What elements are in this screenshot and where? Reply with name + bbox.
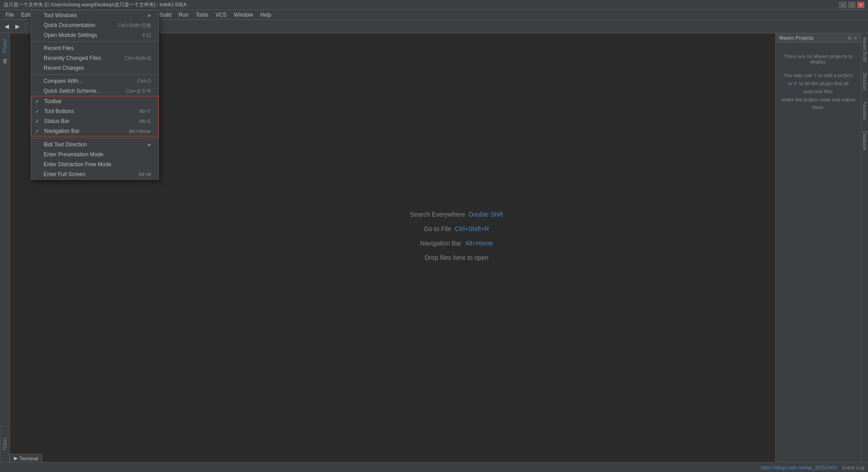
quick-documentation-item[interactable]: Quick Documentation Ctrl+Shift+空格 <box>31 20 158 30</box>
maven-panel: Maven Projects ⚙ ✕ There are no Maven pr… <box>775 33 861 462</box>
maven-settings-icon[interactable]: ⚙ <box>848 36 852 41</box>
bidi-text-direction-item[interactable]: Bidi Text Direction <box>31 140 158 150</box>
menu-tools[interactable]: Tools <box>192 10 212 19</box>
maven-panel-title: Maven Projects <box>779 35 814 41</box>
back-button[interactable]: ◀ <box>2 22 12 32</box>
maven-panel-icons: ⚙ ✕ <box>848 36 857 41</box>
navbar-hint-key: Alt+Home <box>465 240 493 247</box>
enter-presentation-mode-item[interactable]: Enter Presentation Mode <box>31 150 158 159</box>
search-everywhere-key: Double Shift <box>469 211 503 218</box>
tool-buttons-label: Tool Buttons <box>44 108 74 114</box>
editor-area: Search Everywhere Double Shift Go to Fil… <box>135 0 778 472</box>
maven-close-icon[interactable]: ✕ <box>854 36 857 41</box>
compare-with-label: Compare With... <box>44 78 83 84</box>
status-bar-label: Status Bar <box>44 118 69 124</box>
tool-windows-item[interactable]: Tool Windows <box>31 10 158 20</box>
recently-changed-files-item[interactable]: Recently Changed Files Ctrl+Shift+E <box>31 53 158 63</box>
enter-full-screen-label: Enter Full Screen <box>44 171 86 177</box>
tool-buttons-item[interactable]: Tool Buttons Alt+T <box>32 106 158 116</box>
favorites-tab[interactable]: Favorites <box>862 102 867 120</box>
toolbar-item[interactable]: Toolbar <box>32 96 158 106</box>
close-button[interactable]: ✕ <box>857 2 864 8</box>
database-tab[interactable]: Database <box>862 131 867 150</box>
quick-documentation-shortcut: Ctrl+Shift+空格 <box>118 22 151 29</box>
maximize-button[interactable]: □ <box>848 2 855 8</box>
menu-file[interactable]: File <box>2 10 18 19</box>
quick-documentation-label: Quick Documentation <box>44 22 95 28</box>
title-bar-text: 这只是一个文件夹 [C:\Users\chong.wang\Desktop\这只… <box>4 1 839 8</box>
quick-switch-scheme-item[interactable]: Quick Switch Scheme... Ctrl+反引号 <box>31 86 158 96</box>
recent-changes-label: Recent Changes <box>44 65 84 71</box>
maven-find-icon[interactable]: ⟳ <box>794 81 798 86</box>
tool-buttons-shortcut: Alt+T <box>139 109 151 114</box>
folder-tab[interactable]: 这只是 <box>1 65 9 69</box>
enter-presentation-mode-label: Enter Presentation Mode <box>44 151 104 158</box>
open-module-settings-label: Open Module Settings <box>44 32 97 38</box>
maven-help3: or <box>788 81 794 86</box>
maven-no-projects-text: There are no Maven projects to display. <box>779 54 857 64</box>
navbar-hint-label: Navigation Bar <box>420 240 461 247</box>
separator1 <box>24 23 25 31</box>
maven-panel-header: Maven Projects ⚙ ✕ <box>776 33 861 43</box>
status-bar-shortcut: Alt+S <box>139 118 151 124</box>
compare-with-item[interactable]: Compare With... Ctrl+D <box>31 76 158 86</box>
quick-switch-scheme-shortcut: Ctrl+反引号 <box>126 88 151 95</box>
hint-goto-file: Go to File Ctrl+Shift+R <box>424 225 489 232</box>
todo-panel: TODO <box>0 426 10 462</box>
recently-changed-files-shortcut: Ctrl+Shift+E <box>125 55 151 61</box>
recent-files-label: Recent Files <box>44 45 74 51</box>
enter-distraction-free-label: Enter Distraction Free Mode <box>44 161 111 168</box>
right-tabs: Maven Build Structure Favorites Database <box>861 33 868 462</box>
open-module-settings-item[interactable]: Open Module Settings F12 <box>31 30 158 40</box>
menu-vcs[interactable]: VCS <box>212 10 231 19</box>
drop-files-label: Drop files here to open <box>425 254 488 261</box>
enter-full-screen-item[interactable]: Enter Full Screen Alt+M <box>31 169 158 179</box>
forward-button[interactable]: ▶ <box>13 22 23 32</box>
sep3 <box>31 138 158 138</box>
hint-navbar: Navigation Bar Alt+Home <box>420 240 493 247</box>
sep1 <box>31 41 158 42</box>
maven-add-icon[interactable]: + <box>814 71 817 78</box>
sep2 <box>31 74 158 75</box>
project-tab[interactable]: Project <box>1 37 8 54</box>
recently-changed-files-label: Recently Changed Files <box>44 55 101 61</box>
bidi-text-direction-label: Bidi Text Direction <box>44 141 87 148</box>
quick-switch-scheme-label: Quick Switch Scheme... <box>44 88 101 94</box>
status-url[interactable]: https://blog.csdn.net/qq_30251969 <box>761 465 837 470</box>
navigation-bar-label: Navigation Bar <box>44 128 80 134</box>
recent-files-item[interactable]: Recent Files <box>31 43 158 53</box>
status-right: https://blog.csdn.net/qq_30251969 Event … <box>761 465 864 470</box>
event-log-label[interactable]: Event Log <box>842 465 864 470</box>
maven-help2: to add a project <box>818 73 853 78</box>
structure-tab[interactable]: Structure <box>862 73 867 91</box>
ui-options-section: Toolbar Tool Buttons Alt+T Status Bar Al… <box>31 96 158 136</box>
search-everywhere-label: Search Everywhere <box>410 211 465 218</box>
compare-with-shortcut: Ctrl+D <box>137 78 151 84</box>
hint-drop: Drop files here to open <box>425 254 488 261</box>
todo-label[interactable]: TODO <box>3 438 8 451</box>
terminal-label: Terminal <box>19 456 38 461</box>
open-module-settings-shortcut: F12 <box>143 32 151 38</box>
recent-changes-item[interactable]: Recent Changes <box>31 63 158 73</box>
view-dropdown-menu: Tool Windows Quick Documentation Ctrl+Sh… <box>31 10 159 180</box>
goto-file-key: Ctrl+Shift+R <box>455 225 489 232</box>
left-panel-tabs: Project 这只是 <box>0 33 10 462</box>
menu-window[interactable]: Window <box>230 10 257 19</box>
enter-distraction-free-mode-item[interactable]: Enter Distraction Free Mode <box>31 159 158 169</box>
title-bar: 这只是一个文件夹 [C:\Users\chong.wang\Desktop\这只… <box>0 0 868 10</box>
maven-help5: under the project roots and import them. <box>781 97 855 110</box>
navigation-bar-item[interactable]: Navigation Bar Alt+Home <box>32 126 158 136</box>
maven-help-text: You may use + to add a project or ⟳ to l… <box>779 70 857 112</box>
menu-run[interactable]: Run <box>175 10 192 19</box>
terminal-tab[interactable]: ▶ Terminal <box>10 454 42 462</box>
maven-help1: You may use <box>784 73 814 78</box>
menu-help[interactable]: Help <box>257 10 275 19</box>
terminal-icon: ▶ <box>14 455 18 461</box>
goto-file-label: Go to File <box>424 225 452 232</box>
maven-build-tab[interactable]: Maven Build <box>862 37 867 62</box>
tool-windows-label: Tool Windows <box>44 12 77 18</box>
minimize-button[interactable]: ─ <box>839 2 846 8</box>
status-bar-item[interactable]: Status Bar Alt+S <box>32 116 158 126</box>
maven-panel-content: There are no Maven projects to display. … <box>776 50 861 115</box>
title-bar-controls: ─ □ ✕ <box>839 2 864 8</box>
